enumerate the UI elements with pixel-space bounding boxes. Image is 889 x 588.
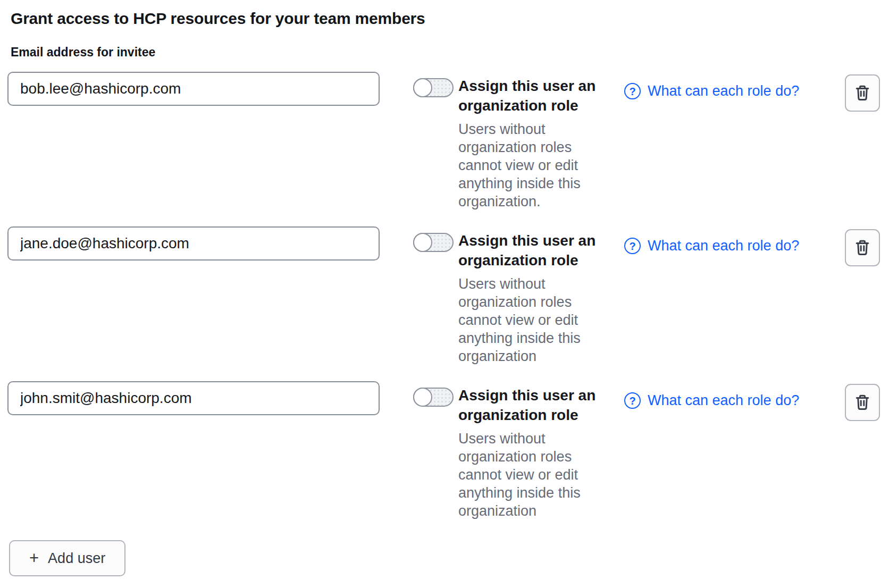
delete-row-button[interactable] [845,384,880,421]
role-help-link[interactable]: ? What can each role do? [624,226,799,254]
help-circle-icon: ? [624,392,641,409]
delete-row-button[interactable] [845,229,880,266]
role-toggle-label: Assign this user an organization role [458,231,600,270]
help-circle-icon: ? [624,238,641,254]
page-title: Grant access to HCP resources for your t… [11,10,889,28]
email-address-label: Email address for invitee [11,45,889,60]
toggle-knob [413,78,432,97]
role-helper-text: Users without organization roles cannot … [458,430,600,520]
role-help-link[interactable]: ? What can each role do? [624,72,799,99]
invite-row: Assign this user an organization role Us… [0,226,889,365]
add-user-button[interactable]: + Add user [9,540,125,576]
role-help-link-text[interactable]: What can each role do? [648,83,799,99]
role-description-column: Assign this user an organization role Us… [458,226,600,365]
role-description-column: Assign this user an organization role Us… [458,381,600,520]
org-role-toggle[interactable] [413,388,454,407]
org-role-toggle[interactable] [413,78,454,97]
role-toggle-label: Assign this user an organization role [458,76,600,115]
role-help-link[interactable]: ? What can each role do? [624,381,799,409]
role-description-column: Assign this user an organization role Us… [458,72,600,211]
delete-row-button[interactable] [845,74,880,112]
role-help-link-text[interactable]: What can each role do? [648,392,799,409]
invite-users-form: Grant access to HCP resources for your t… [0,0,889,576]
invitee-email-input[interactable] [7,226,380,261]
role-help-link-text[interactable]: What can each role do? [648,238,799,254]
plus-icon: + [29,550,39,566]
trash-icon [854,394,870,411]
invitee-email-input[interactable] [7,381,380,415]
org-role-toggle[interactable] [413,233,454,252]
invite-row: Assign this user an organization role Us… [0,381,889,520]
role-helper-text: Users without organization roles cannot … [458,275,600,365]
invitee-email-input[interactable] [7,72,380,106]
invite-row: Assign this user an organization role Us… [0,72,889,211]
trash-icon [854,85,870,102]
add-user-label: Add user [48,550,105,567]
trash-icon [854,239,870,256]
role-helper-text: Users without organization roles cannot … [458,120,600,211]
invite-rows: Assign this user an organization role Us… [0,72,889,520]
role-toggle-label: Assign this user an organization role [458,385,600,425]
help-circle-icon: ? [624,83,641,99]
toggle-knob [413,233,432,252]
toggle-knob [413,388,432,407]
